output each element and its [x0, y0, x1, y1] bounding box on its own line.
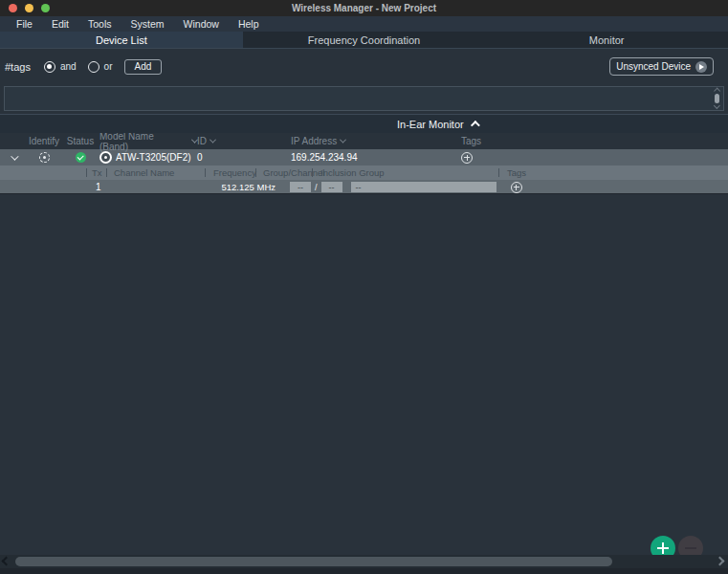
add-tag-icon[interactable] — [461, 152, 473, 164]
scroll-right-icon[interactable] — [716, 557, 725, 566]
scroll-left-icon[interactable] — [2, 557, 11, 566]
tag-filter-scrollbar[interactable] — [712, 88, 722, 109]
status-cell — [61, 152, 99, 163]
tag-filter-box[interactable] — [4, 86, 724, 111]
menu-window[interactable]: Window — [174, 18, 229, 30]
device-id: 0 — [197, 152, 291, 163]
menu-system[interactable]: System — [121, 18, 174, 30]
header-model-name-label: Model Name (Band) — [99, 131, 185, 152]
channel-frequency[interactable]: 512.125 MHz — [214, 182, 276, 192]
radio-and-label: and — [60, 61, 77, 72]
sort-chevron-icon — [210, 137, 216, 144]
channel-table-header: Tx Channel Name Frequency Group/Channel … — [0, 166, 728, 180]
section-title: In-Ear Monitor — [397, 119, 464, 130]
header-frequency: Frequency — [206, 167, 255, 178]
scroll-down-icon[interactable] — [714, 102, 720, 109]
identify-icon[interactable] — [39, 152, 50, 163]
section-bar-in-ear-monitor: In-Ear Monitor — [0, 114, 728, 133]
radio-or[interactable]: or — [88, 61, 113, 73]
header-id-label: ID — [197, 136, 207, 146]
group-channel-cell: -- / -- — [290, 182, 342, 192]
header-model-name[interactable]: Model Name (Band) — [99, 131, 197, 152]
zoom-window-button[interactable] — [41, 4, 50, 12]
identify-cell[interactable] — [27, 152, 61, 163]
device-tags-cell — [459, 152, 728, 164]
channel-row[interactable]: 1 512.125 MHz -- / -- -- — [0, 180, 728, 194]
unsynced-device-button[interactable]: Unsynced Device — [609, 57, 714, 76]
header-channel-name: Channel Name — [107, 167, 205, 178]
menu-edit[interactable]: Edit — [42, 18, 78, 30]
device-row[interactable]: ATW-T3205(DF2) 0 169.254.234.94 — [0, 149, 728, 166]
add-tag-button[interactable]: Add — [124, 59, 163, 75]
window-title: Wireless Manager - New Project — [0, 3, 728, 13]
radio-or-label: or — [104, 61, 113, 72]
header-ip-address[interactable]: IP Address — [291, 136, 459, 146]
menu-tools[interactable]: Tools — [78, 18, 121, 30]
header-tx: Tx — [87, 167, 106, 178]
header-inclusion-group: Inclusion Group — [313, 167, 498, 178]
inclusion-group-cell: -- — [351, 182, 496, 192]
tab-device-list[interactable]: Device List — [0, 32, 243, 48]
sort-chevron-icon — [340, 137, 346, 144]
tab-frequency-coordination[interactable]: Frequency Coordination — [243, 32, 486, 48]
radio-and-icon[interactable] — [44, 61, 55, 73]
channel-tags-cell — [511, 182, 522, 193]
header-tags: Tags — [459, 136, 728, 146]
expand-row-chevron-icon[interactable] — [11, 152, 18, 160]
model-name: ATW-T3205(DF2) — [116, 152, 191, 163]
menu-file[interactable]: File — [7, 18, 42, 30]
device-ip: 169.254.234.94 — [291, 152, 459, 163]
header-status: Status — [61, 136, 99, 146]
unsynced-device-label: Unsynced Device — [616, 61, 691, 72]
group-input[interactable]: -- — [290, 182, 311, 192]
menubar: File Edit Tools System Window Help — [0, 16, 728, 32]
close-window-button[interactable] — [9, 4, 17, 12]
window-bottom-edge — [0, 568, 728, 574]
horizontal-scrollbar-thumb[interactable] — [15, 557, 612, 566]
header-channel-tags: Tags — [499, 167, 526, 178]
menu-help[interactable]: Help — [229, 18, 269, 30]
minimize-window-button[interactable] — [25, 4, 33, 12]
section-title-wrap[interactable]: In-Ear Monitor — [397, 115, 477, 133]
titlebar: Wireless Manager - New Project — [0, 0, 728, 16]
radio-and[interactable]: and — [44, 61, 77, 73]
model-cell: ATW-T3205(DF2) — [99, 151, 197, 164]
tab-monitor[interactable]: Monitor — [485, 32, 728, 48]
header-identify: Identify — [27, 136, 61, 146]
unsynced-arrow-icon — [695, 61, 707, 73]
transmitter-icon — [99, 151, 112, 164]
tags-label: #tags — [5, 61, 31, 73]
channel-input[interactable]: -- — [321, 182, 342, 192]
header-id[interactable]: ID — [197, 136, 291, 146]
window-controls — [9, 4, 50, 12]
content-area — [0, 193, 728, 555]
device-table-header: Identify Status Model Name (Band) ID IP … — [0, 133, 728, 149]
inclusion-group-input[interactable]: -- — [351, 182, 496, 192]
radio-or-icon[interactable] — [88, 61, 99, 73]
status-synced-icon — [76, 152, 86, 163]
expand-row-cell[interactable] — [0, 155, 27, 161]
horizontal-scrollbar[interactable] — [0, 555, 728, 568]
channel-tx: 1 — [90, 182, 113, 192]
add-tag-icon[interactable] — [511, 182, 522, 193]
tag-filter-row: #tags and or Add Unsynced Device — [0, 49, 728, 84]
header-ip-address-label: IP Address — [291, 136, 337, 146]
collapse-section-icon[interactable] — [471, 121, 480, 130]
main-tabbar: Device List Frequency Coordination Monit… — [0, 32, 728, 49]
header-group-channel: Group/Channel — [256, 167, 312, 178]
group-channel-separator: / — [315, 183, 318, 192]
